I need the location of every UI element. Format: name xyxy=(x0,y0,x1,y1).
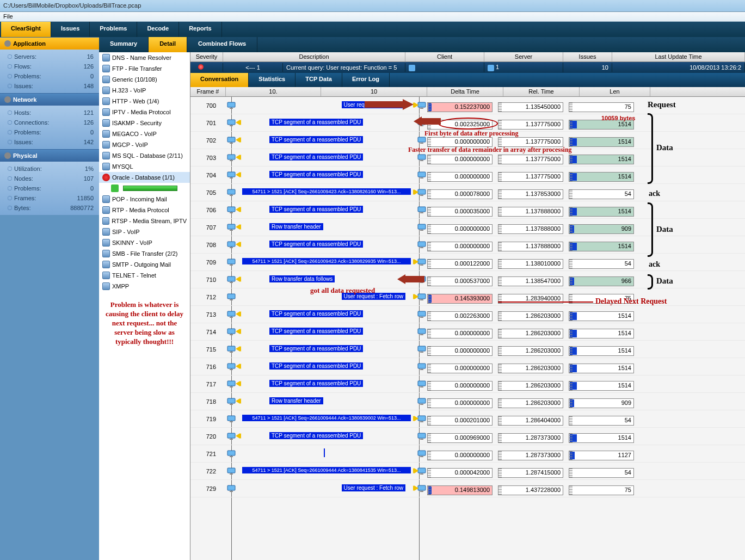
stat-phy-problems[interactable]: Problems:0 xyxy=(0,183,99,193)
packet-row[interactable]: 700User request : Fetch row0.1522370001.… xyxy=(190,97,745,114)
stat-problems[interactable]: Problems:0 xyxy=(0,71,99,81)
packet-row[interactable]: 708TCP segment of a reassembled PDU0.000… xyxy=(190,236,745,254)
tab-problems[interactable]: Problems xyxy=(90,22,137,37)
protocol-item[interactable]: MYSQL xyxy=(99,161,190,172)
packet-row[interactable]: 72254711 > 1521 [ACK] Seq=2661009444 Ack… xyxy=(190,463,745,480)
protocol-item[interactable]: H.323 - VoIP xyxy=(99,85,190,96)
col-rel[interactable]: Rel. Time xyxy=(503,87,580,96)
hdr-lastupdate[interactable]: Last Update Time xyxy=(612,52,745,61)
protocol-sub-item[interactable] xyxy=(99,183,190,194)
protocol-item[interactable]: DNS - Name Resolver xyxy=(99,52,190,63)
server-icon xyxy=(488,65,494,71)
section-physical[interactable]: Physical xyxy=(0,149,99,162)
protocol-item[interactable]: TELNET - Telnet xyxy=(99,270,190,281)
protocol-list[interactable]: DNS - Name ResolverFTP - File TransferGe… xyxy=(99,52,190,560)
stat-servers[interactable]: Servers:16 xyxy=(0,52,99,61)
rel-time-cell: 1.287415000 xyxy=(498,465,569,478)
stat-flows[interactable]: Flows:126 xyxy=(0,61,99,71)
packet-row[interactable]: 707Row transfer header0.0000000001.13788… xyxy=(190,219,745,236)
packet-row[interactable]: 706TCP segment of a reassembled PDU0.000… xyxy=(190,201,745,219)
packet-row[interactable]: 701TCP segment of a reassembled PDU0.002… xyxy=(190,114,745,132)
packet-row[interactable]: 717TCP segment of a reassembled PDU0.000… xyxy=(190,376,745,393)
tab-issues[interactable]: Issues xyxy=(51,22,90,37)
col-frame[interactable]: Frame # xyxy=(190,87,226,96)
protocol-item[interactable]: Generic (10/108) xyxy=(99,74,190,85)
protocol-item[interactable]: SMB - File Transfer (2/2) xyxy=(99,248,190,259)
hdr-severity[interactable]: Severity xyxy=(190,52,223,61)
packet-row[interactable]: 720TCP segment of a reassembled PDU0.000… xyxy=(190,428,745,445)
packet-row[interactable]: 714TCP segment of a reassembled PDU0.000… xyxy=(190,323,745,341)
detail-selected-row[interactable]: <--- 1 Current query: User request: Func… xyxy=(190,62,745,73)
col-len[interactable]: Len xyxy=(580,87,650,96)
hdr-description[interactable]: Description xyxy=(223,52,405,61)
protocol-item[interactable]: MS SQL - Database (2/11) xyxy=(99,150,190,161)
protocol-item[interactable]: SKINNY - VoIP xyxy=(99,237,190,248)
protocol-item[interactable]: FTP - File Transfer xyxy=(99,63,190,74)
packet-row[interactable]: 702TCP segment of a reassembled PDU0.000… xyxy=(190,132,745,149)
packet-row[interactable]: 704TCP segment of a reassembled PDU0.000… xyxy=(190,167,745,184)
subtab-combined[interactable]: Combined Flows xyxy=(187,37,257,52)
packet-row[interactable]: 716TCP segment of a reassembled PDU0.000… xyxy=(190,358,745,376)
subtab-summary[interactable]: Summary xyxy=(99,37,149,52)
stat-issues[interactable]: Issues:148 xyxy=(0,81,99,91)
section-application[interactable]: Application xyxy=(0,37,99,50)
protocol-item[interactable]: SMTP - Outgoing Mail xyxy=(99,259,190,270)
packet-row[interactable]: 7210.0000000001.2873730001127 xyxy=(190,445,745,463)
protocol-item[interactable]: Oracle - Database (1/1) xyxy=(99,172,190,183)
tab-reports[interactable]: Reports xyxy=(179,22,222,37)
section-network[interactable]: Network xyxy=(0,93,99,106)
protocol-item[interactable]: RTSP - Media Stream, IPTV xyxy=(99,216,190,226)
protocol-label: MGCP - VoIP xyxy=(112,141,148,148)
stat-net-issues[interactable]: Issues:142 xyxy=(0,137,99,147)
protocol-item[interactable]: SIP - VoIP xyxy=(99,226,190,237)
hdr-server[interactable]: Server xyxy=(484,52,563,61)
packet-row[interactable]: 713TCP segment of a reassembled PDU0.002… xyxy=(190,306,745,323)
packet-row[interactable]: 712User request : Fetch row0.1453930001.… xyxy=(190,288,745,306)
rel-time-cell: 1.137888000 xyxy=(498,204,569,217)
protocol-item[interactable]: IPTV - Media Protocol xyxy=(99,107,190,118)
menu-file[interactable]: File xyxy=(3,13,13,20)
application-stats: Servers:16 Flows:126 Problems:0 Issues:1… xyxy=(0,50,99,93)
protocol-item[interactable]: HTTP - Web (1/4) xyxy=(99,96,190,107)
protocol-item[interactable]: POP - Incoming Mail xyxy=(99,194,190,205)
protocol-item[interactable]: MGCP - VoIP xyxy=(99,139,190,150)
packet-row[interactable]: 70554711 > 1521 [ACK] Seq=2661009423 Ack… xyxy=(190,184,745,201)
stat-frames[interactable]: Frames:11850 xyxy=(0,193,99,203)
convtab-conversation[interactable]: Conversation xyxy=(190,73,249,87)
packet-grid[interactable]: Request First byte of data after process… xyxy=(190,97,745,560)
stat-connections[interactable]: Connections:126 xyxy=(0,118,99,127)
client-endpoint-icon xyxy=(227,171,236,180)
col-delta[interactable]: Delta Time xyxy=(427,87,503,96)
convtab-tcpdata[interactable]: TCP Data xyxy=(295,73,342,87)
convtab-errorlog[interactable]: Error Log xyxy=(342,73,390,87)
stat-net-problems[interactable]: Problems:0 xyxy=(0,127,99,137)
hdr-issues[interactable]: Issues xyxy=(563,52,612,61)
stat-nodes[interactable]: Nodes:107 xyxy=(0,174,99,183)
stat-bytes[interactable]: Bytes:8880772 xyxy=(0,203,99,213)
status-icon xyxy=(111,184,119,192)
protocol-item[interactable]: ISAKMP - Security xyxy=(99,118,190,128)
packet-row[interactable]: 703TCP segment of a reassembled PDU0.000… xyxy=(190,149,745,167)
packet-row[interactable]: 715TCP segment of a reassembled PDU0.000… xyxy=(190,341,745,358)
stat-util[interactable]: Utilization:1% xyxy=(0,164,99,174)
subtab-detail[interactable]: Detail xyxy=(149,37,187,52)
hdr-client[interactable]: Client xyxy=(405,52,484,61)
packet-row[interactable]: 71954711 > 1521 [ACK] Seq=2661009444 Ack… xyxy=(190,410,745,428)
rel-value: 1.137888000 xyxy=(498,207,563,217)
svg-rect-64 xyxy=(230,369,233,370)
convtab-statistics[interactable]: Statistics xyxy=(249,73,295,87)
col-endpoint1[interactable]: 10. xyxy=(226,87,321,96)
packet-row[interactable]: 729User request : Fetch row0.1498130001.… xyxy=(190,480,745,497)
tab-clearsight[interactable]: ClearSight xyxy=(1,22,51,37)
protocol-item[interactable]: XMPP xyxy=(99,281,190,292)
protocol-item[interactable]: MEGACO - VoIP xyxy=(99,128,190,139)
stat-hosts[interactable]: Hosts:121 xyxy=(0,108,99,118)
col-endpoint2[interactable]: 10 xyxy=(321,87,427,96)
protocol-item[interactable]: RTP - Media Protocol xyxy=(99,205,190,216)
packet-row[interactable]: 710Row transfer data follows0.0005370001… xyxy=(190,271,745,288)
packet-row[interactable]: 70954711 > 1521 [ACK] Seq=2661009423 Ack… xyxy=(190,254,745,271)
packet-row[interactable]: 718Row transfer header0.0000000001.28620… xyxy=(190,393,745,410)
tab-decode[interactable]: Decode xyxy=(137,22,179,37)
document-icon xyxy=(102,130,110,138)
detail-server: 1 xyxy=(484,63,563,72)
